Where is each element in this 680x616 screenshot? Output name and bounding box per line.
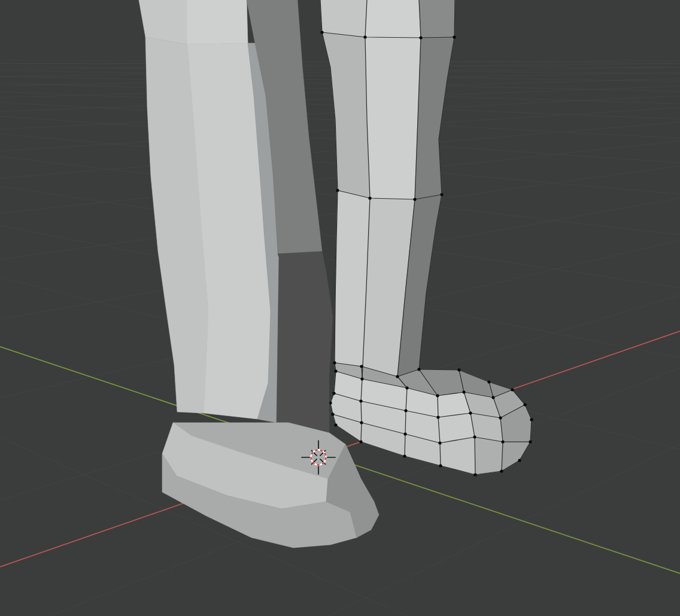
mesh-vertex[interactable] <box>499 416 502 419</box>
mesh-vertex[interactable] <box>469 411 472 414</box>
mesh-vertex[interactable] <box>405 386 408 389</box>
mesh-vertex[interactable] <box>332 392 335 395</box>
mesh-vertex[interactable] <box>473 473 476 476</box>
mesh-vertex[interactable] <box>403 454 406 457</box>
mesh-face <box>320 0 367 37</box>
mesh-vertex[interactable] <box>320 31 323 34</box>
mesh-face <box>475 437 503 475</box>
mesh-vertex[interactable] <box>511 388 514 391</box>
mesh-face <box>187 0 248 44</box>
mesh-vertex[interactable] <box>368 196 371 199</box>
mesh-vertex[interactable] <box>359 399 362 402</box>
mesh-vertex[interactable] <box>417 368 420 371</box>
mesh-face <box>365 37 421 199</box>
mesh-vertex[interactable] <box>331 412 334 415</box>
mesh-vertex[interactable] <box>419 36 422 39</box>
mesh-face <box>277 251 333 432</box>
mesh-vertex[interactable] <box>333 361 336 364</box>
mesh-vertex[interactable] <box>413 198 416 201</box>
mesh-vertex[interactable] <box>500 469 503 472</box>
mesh-vertex[interactable] <box>440 193 443 196</box>
mesh-vertex[interactable] <box>336 189 339 192</box>
mesh-vertex[interactable] <box>501 440 504 443</box>
mesh-vertex[interactable] <box>436 394 439 397</box>
mesh-vertex[interactable] <box>487 380 490 383</box>
blender-3d-viewport[interactable] <box>0 0 680 616</box>
mesh-vertex[interactable] <box>453 35 456 38</box>
mesh-face <box>365 0 421 38</box>
mesh-vertex[interactable] <box>439 464 442 467</box>
mesh-vertex[interactable] <box>363 35 366 38</box>
mesh-vertex[interactable] <box>360 421 363 424</box>
mesh-vertex[interactable] <box>403 432 406 435</box>
mesh-vertex[interactable] <box>523 403 526 406</box>
viewport-scene <box>0 0 680 616</box>
mesh-vertex[interactable] <box>473 435 476 438</box>
mesh-vertex[interactable] <box>491 396 494 399</box>
mesh-vertex[interactable] <box>462 390 465 393</box>
mesh-vertex[interactable] <box>396 375 399 378</box>
mesh-vertex[interactable] <box>359 440 362 443</box>
mesh-vertex[interactable] <box>404 409 407 412</box>
mesh-vertex[interactable] <box>334 423 337 426</box>
mesh-vertex[interactable] <box>438 441 441 444</box>
mesh-vertex[interactable] <box>529 440 532 443</box>
mesh-vertex[interactable] <box>436 415 439 418</box>
mesh-vertex[interactable] <box>457 368 460 371</box>
mesh-vertex[interactable] <box>360 365 363 368</box>
mesh-face <box>419 0 455 38</box>
mesh-vertex[interactable] <box>530 418 533 421</box>
mesh-vertex[interactable] <box>518 459 521 462</box>
mesh-vertex[interactable] <box>334 369 337 372</box>
mesh-vertex[interactable] <box>360 377 363 380</box>
